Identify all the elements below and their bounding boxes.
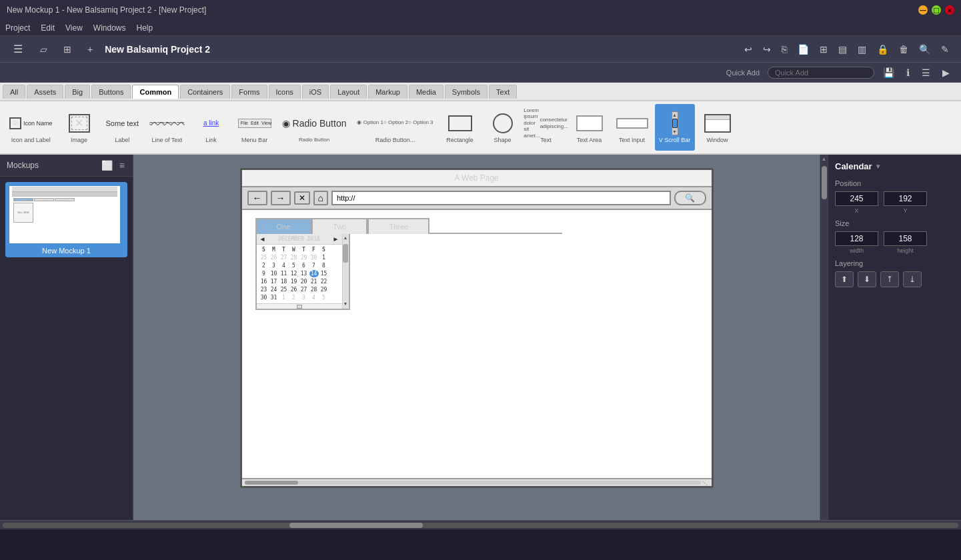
cal-cell-28[interactable]: 28 [289, 254, 299, 261]
comp-line-of-text[interactable]: ~~~~~~~~~ Line of Text [145, 104, 189, 151]
cal-scroll-thumb[interactable] [343, 244, 348, 263]
cal-cell-10[interactable]: 10 [269, 270, 279, 277]
quickadd-input[interactable] [768, 67, 874, 79]
right-panel-chevron-icon[interactable]: ▼ [875, 163, 882, 170]
quickadd-list-icon[interactable]: ☰ [918, 66, 934, 79]
cal-cell-26b[interactable]: 26 [289, 286, 299, 293]
canvas-area[interactable]: A Web Page ← → ✕ ⌂ 🔍 One Two Three [133, 155, 820, 520]
canvas-vscroll-up[interactable]: ▲ [820, 155, 828, 163]
cal-cell-30[interactable]: 30 [259, 294, 269, 301]
cal-cell-7[interactable]: 7 [309, 262, 319, 269]
menu-project[interactable]: Project [5, 23, 30, 33]
close-button[interactable]: × [945, 5, 954, 15]
mockup-item-1[interactable]: One Two Three Dec 2018 New Mockup 1 [5, 182, 127, 257]
canvas-vscrollbar[interactable]: ▲ [820, 155, 828, 520]
comp-text-input[interactable]: Text Input [612, 104, 652, 151]
cal-cell-31[interactable]: 31 [269, 294, 279, 301]
group-button[interactable]: ▤ [834, 41, 851, 57]
tab-big[interactable]: Big [65, 85, 90, 99]
cal-cell-13[interactable]: 13 [299, 270, 309, 277]
calendar-resize-handle[interactable] [257, 303, 342, 309]
cal-scroll-up-arrow[interactable]: ▲ [343, 234, 348, 241]
undo-button[interactable]: ↩ [740, 41, 756, 57]
clone-button[interactable]: ⎘ [778, 41, 791, 57]
layer-send-backward-button[interactable]: ⬇ [858, 271, 876, 287]
cal-cell-15[interactable]: 15 [319, 270, 329, 277]
browser-url-input[interactable] [331, 191, 671, 205]
cal-cell-29[interactable]: 29 [299, 254, 309, 261]
comp-rectangle[interactable]: Rectangle [440, 104, 480, 151]
tab-ios[interactable]: iOS [302, 85, 329, 99]
quickadd-save-icon[interactable]: 💾 [880, 66, 898, 79]
cal-cell-30[interactable]: 30 [309, 254, 319, 261]
tab-assets[interactable]: Assets [27, 85, 63, 99]
cal-cell-4b[interactable]: 4 [309, 294, 319, 301]
quickadd-info-icon[interactable]: ℹ [903, 66, 913, 79]
cal-cell-6[interactable]: 6 [299, 262, 309, 269]
cal-cell-16[interactable]: 16 [259, 278, 269, 285]
cal-cell-27b[interactable]: 27 [299, 286, 309, 293]
cal-cell-21[interactable]: 21 [309, 278, 319, 285]
calendar-vscrollbar[interactable]: ▲ ▼ [342, 234, 349, 309]
tab-layout[interactable]: Layout [330, 85, 367, 99]
tab-one[interactable]: One [255, 218, 312, 234]
cal-cell-24[interactable]: 24 [269, 286, 279, 293]
cal-cell-18[interactable]: 18 [279, 278, 289, 285]
browser-home-button[interactable]: ⌂ [313, 191, 328, 205]
cal-cell-3b[interactable]: 3 [299, 294, 309, 301]
browser-forward-button[interactable]: → [271, 191, 291, 205]
tab-icons[interactable]: Icons [269, 85, 301, 99]
edit-button[interactable]: ✎ [937, 41, 953, 57]
canvas-vscroll-thumb[interactable] [822, 166, 827, 199]
bottom-hscroll-thumb[interactable] [289, 523, 423, 528]
save-button[interactable]: 📄 [794, 41, 813, 57]
tab-containers[interactable]: Containers [180, 85, 230, 99]
cal-cell-8[interactable]: 8 [319, 262, 329, 269]
tab-markup[interactable]: Markup [368, 85, 407, 99]
cal-cell-2b[interactable]: 2 [289, 294, 299, 301]
delete-button[interactable]: 🗑 [895, 41, 912, 57]
cal-cell-22[interactable]: 22 [319, 278, 329, 285]
cal-cell-25b[interactable]: 25 [279, 286, 289, 293]
position-x-input[interactable] [835, 191, 878, 206]
tab-symbols[interactable]: Symbols [445, 85, 488, 99]
cal-cell-27[interactable]: 27 [279, 254, 289, 261]
cal-cell-5[interactable]: 5 [289, 262, 299, 269]
hamburger-button[interactable]: ☰ [8, 40, 28, 58]
position-y-input[interactable] [884, 191, 927, 206]
maximize-button[interactable]: □ [932, 5, 941, 15]
cal-cell-25[interactable]: 25 [259, 254, 269, 261]
browser-bottom-scrollbar[interactable]: ⋱ [242, 478, 712, 486]
browser-back-button[interactable]: ← [247, 191, 267, 205]
browser-resize-corner[interactable]: ⋱ [701, 479, 709, 487]
comp-radio-button[interactable]: ◉ Radio Button Radio Button [278, 104, 351, 151]
height-input[interactable] [884, 231, 927, 246]
cal-cell-28b[interactable]: 28 [309, 286, 319, 293]
tab-text[interactable]: Text [489, 85, 517, 99]
comp-window[interactable]: Window [698, 104, 738, 151]
cal-cell-23[interactable]: 23 [259, 286, 269, 293]
browser-hscroll-thumb[interactable] [245, 481, 298, 485]
comp-text-area[interactable]: Text Area [570, 104, 610, 151]
minimize-button[interactable]: ─ [918, 5, 928, 15]
cal-scroll-down-arrow[interactable]: ▼ [343, 300, 348, 307]
width-input[interactable] [835, 231, 878, 246]
cal-cell-1b[interactable]: 1 [279, 294, 289, 301]
tab-common[interactable]: Common [132, 85, 179, 99]
cal-cell-26[interactable]: 26 [269, 254, 279, 261]
mockups-menu-button[interactable]: ≡ [118, 159, 126, 172]
grid-panel-button[interactable]: ⊞ [59, 41, 75, 57]
redo-button[interactable]: ↪ [759, 41, 775, 57]
menu-windows[interactable]: Windows [93, 23, 126, 33]
cal-cell-2[interactable]: 2 [259, 262, 269, 269]
comp-icon-and-label[interactable]: ☑ Icon Name Icon and Label [5, 104, 57, 151]
cal-cell-4[interactable]: 4 [279, 262, 289, 269]
comp-v-scroll-bar[interactable]: ▲ ▼ V Scroll Bar [655, 104, 695, 151]
comp-shape[interactable]: Shape [483, 104, 523, 151]
layer-bring-to-front-button[interactable]: ⤒ [880, 271, 899, 287]
cal-cell-9[interactable]: 9 [259, 270, 269, 277]
add-mockup-button[interactable]: + [83, 41, 97, 57]
cal-cell-3[interactable]: 3 [269, 262, 279, 269]
tab-two[interactable]: Two [311, 218, 367, 234]
single-panel-button[interactable]: ▱ [36, 41, 51, 57]
